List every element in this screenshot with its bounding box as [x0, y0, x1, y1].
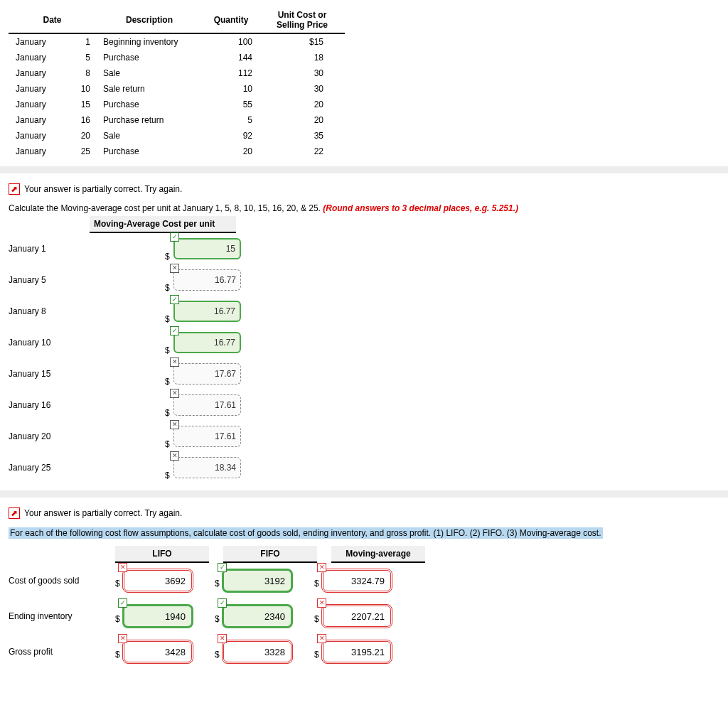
- table-row: January16Purchase return520: [9, 112, 345, 128]
- dollar-sign: $: [165, 439, 173, 452]
- moving-average-row: January 25$✕: [9, 452, 719, 483]
- ma-row-label: January 1: [9, 244, 94, 254]
- cell-day: 10: [65, 81, 96, 97]
- cost-flow-section: ⬈ Your answer is partially correct. Try …: [0, 498, 728, 677]
- col-description-header: Description: [96, 7, 203, 33]
- dollar-sign: $: [165, 345, 173, 358]
- ma-table-header: Moving-Average Cost per unit: [90, 216, 236, 233]
- dollar-sign: $: [165, 377, 173, 389]
- fifo-input[interactable]: [222, 640, 293, 664]
- moving-average-input[interactable]: [321, 569, 392, 593]
- cell-day: 25: [65, 144, 96, 159]
- moving-average-input[interactable]: [173, 363, 241, 385]
- moving-average-input[interactable]: [173, 332, 241, 353]
- table-row: January15Purchase5520: [9, 97, 345, 112]
- moving-average-input[interactable]: [173, 269, 241, 291]
- lifo-input[interactable]: [122, 640, 193, 664]
- cell-price: $15: [259, 33, 345, 50]
- dollar-sign: $: [165, 471, 173, 483]
- moving-average-row: January 8$✓: [9, 296, 719, 327]
- cost-flow-row: Gross profit$✕$✕$✕: [9, 634, 719, 670]
- cell-month: January: [9, 112, 65, 128]
- cell-quantity: 20: [203, 144, 259, 159]
- moving-average-input[interactable]: [321, 640, 392, 664]
- cell-day: 1: [65, 33, 96, 50]
- table-row: January25Purchase2022: [9, 144, 345, 159]
- moving-average-input[interactable]: [173, 426, 241, 447]
- table-row: January5Purchase14418: [9, 50, 345, 65]
- cell-description: Sale: [96, 65, 203, 81]
- col-fifo-header: FIFO: [223, 546, 317, 563]
- table-row: January20Sale9235: [9, 128, 345, 144]
- dollar-sign: $: [314, 650, 321, 664]
- ma-row-label: January 8: [9, 306, 94, 316]
- x-icon: ✕: [170, 389, 179, 398]
- cell-price: 20: [259, 112, 345, 128]
- dollar-sign: $: [314, 614, 321, 628]
- x-icon: ✕: [118, 563, 127, 572]
- partial-correct-icon: ⬈: [9, 507, 20, 519]
- moving-average-input[interactable]: [173, 394, 241, 416]
- cell-month: January: [9, 50, 65, 65]
- moving-average-input[interactable]: [173, 457, 241, 478]
- moving-average-row: January 10$✓: [9, 327, 719, 358]
- cell-month: January: [9, 81, 65, 97]
- ma-row-label: January 16: [9, 400, 94, 410]
- cost-flow-prompt: For each of the following cost flow assu…: [9, 527, 719, 539]
- dollar-sign: $: [165, 408, 173, 421]
- dollar-sign: $: [115, 579, 122, 593]
- cost-flow-row: Cost of goods sold$✕$✓$✕: [9, 563, 719, 598]
- cell-price: 35: [259, 128, 345, 144]
- cell-day: 8: [65, 65, 96, 81]
- check-icon: ✓: [218, 598, 227, 608]
- ma-row-label: January 15: [9, 369, 94, 379]
- cost-flow-row-label: Cost of goods sold: [9, 576, 115, 586]
- moving-average-input[interactable]: [321, 604, 392, 628]
- cell-price: 30: [259, 65, 345, 81]
- x-icon: ✕: [317, 563, 326, 572]
- cell-price: 22: [259, 144, 345, 159]
- col-quantity-header: Quantity: [203, 7, 259, 33]
- ma-row-label: January 10: [9, 338, 94, 348]
- col-date-header: Date: [9, 7, 96, 33]
- lifo-input[interactable]: [122, 569, 193, 593]
- feedback-text-2: Your answer is partially correct. Try ag…: [24, 508, 182, 518]
- dollar-sign: $: [314, 579, 321, 593]
- inventory-table: Date Description Quantity Unit Cost or S…: [9, 7, 345, 159]
- cell-quantity: 144: [203, 50, 259, 65]
- fifo-input[interactable]: [222, 604, 293, 628]
- cell-month: January: [9, 97, 65, 112]
- cell-month: January: [9, 128, 65, 144]
- x-icon: ✕: [218, 634, 227, 643]
- col-price-header: Unit Cost or Selling Price: [259, 7, 345, 33]
- x-icon: ✕: [170, 358, 179, 367]
- moving-average-input[interactable]: [173, 238, 241, 259]
- x-icon: ✕: [317, 634, 326, 643]
- cell-description: Purchase: [96, 50, 203, 65]
- cell-description: Sale return: [96, 81, 203, 97]
- fifo-input[interactable]: [222, 569, 293, 593]
- dollar-sign: $: [115, 614, 122, 628]
- inventory-data-section: Date Description Quantity Unit Cost or S…: [0, 0, 728, 166]
- dollar-sign: $: [215, 579, 222, 593]
- cell-price: 20: [259, 97, 345, 112]
- check-icon: ✓: [118, 598, 127, 608]
- cell-quantity: 92: [203, 128, 259, 144]
- moving-average-section: ⬈ Your answer is partially correct. Try …: [0, 173, 728, 490]
- moving-average-input[interactable]: [173, 301, 241, 322]
- cell-quantity: 55: [203, 97, 259, 112]
- cell-price: 30: [259, 81, 345, 97]
- feedback-text: Your answer is partially correct. Try ag…: [24, 184, 182, 194]
- cost-flow-row-label: Gross profit: [9, 647, 115, 657]
- x-icon: ✕: [317, 598, 326, 608]
- ma-row-label: January 20: [9, 431, 94, 441]
- cell-day: 16: [65, 112, 96, 128]
- x-icon: ✕: [170, 420, 179, 429]
- table-row: January10Sale return1030: [9, 81, 345, 97]
- table-row: January8Sale11230: [9, 65, 345, 81]
- table-row: January1Beginning inventory100$15: [9, 33, 345, 50]
- cell-month: January: [9, 144, 65, 159]
- prompt-text: Calculate the Moving-average cost per un…: [9, 203, 323, 213]
- lifo-input[interactable]: [122, 604, 193, 628]
- moving-average-row: January 16$✕: [9, 389, 719, 421]
